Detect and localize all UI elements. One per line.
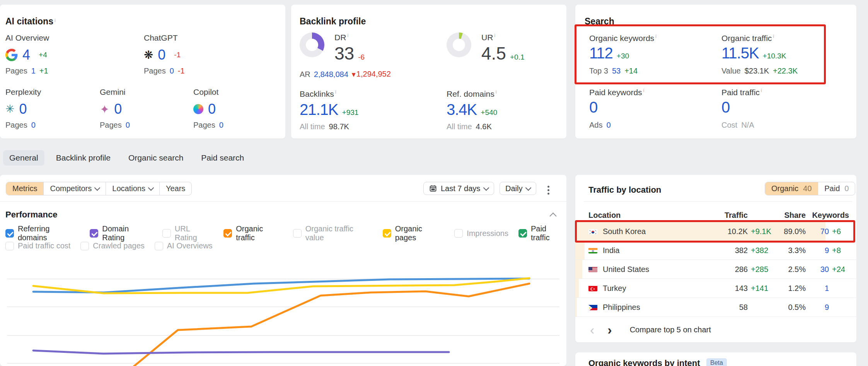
paid-keywords-value[interactable]: 0 — [589, 99, 597, 116]
flag-philippines-icon — [588, 304, 597, 310]
pages-value[interactable]: 0 — [126, 121, 130, 130]
engine-value[interactable]: 0 — [19, 101, 27, 117]
checkbox-domain-rating[interactable]: Domain Rating — [90, 224, 152, 242]
table-row-turkey[interactable]: Turkey 143 +141 1.2% 1 — [575, 279, 856, 298]
keywords-value[interactable]: 1 — [809, 284, 829, 293]
tab-organic-search[interactable]: Organic search — [122, 150, 189, 166]
info-icon[interactable]: i — [55, 17, 56, 23]
tab-paid-search[interactable]: Paid search — [195, 150, 250, 166]
keywords-value[interactable]: 9 — [809, 303, 829, 312]
more-options-button[interactable] — [546, 184, 551, 196]
backlinks-value[interactable]: 21.1K — [300, 101, 338, 118]
locations-button[interactable]: Locations — [106, 182, 160, 195]
collapse-section-icon[interactable] — [549, 212, 556, 219]
location-name[interactable]: South Korea — [603, 227, 646, 236]
traffic-delta: +141 — [751, 284, 776, 293]
backlinks-delta: +931 — [342, 108, 359, 117]
prev-page-button[interactable]: ‹ — [590, 324, 594, 335]
ar-value[interactable]: 2,848,084 — [314, 70, 348, 79]
checkbox-ai-overviews[interactable]: AI Overviews — [155, 241, 213, 250]
backlink-profile-title: Backlink profile — [300, 16, 366, 26]
pages-value[interactable]: 0 — [219, 121, 223, 130]
engine-value[interactable]: 4 — [22, 47, 30, 63]
next-page-button[interactable]: › — [607, 324, 612, 335]
date-range-button[interactable]: Last 7 days — [423, 182, 494, 195]
flag-india-icon — [588, 247, 597, 253]
top3-value[interactable]: 53 — [612, 67, 621, 75]
top3-delta: +14 — [624, 67, 638, 75]
ref-domains-label: Ref. domains — [447, 89, 495, 98]
pages-value[interactable]: 0 — [170, 67, 174, 75]
col-location[interactable]: Location — [588, 211, 714, 220]
compare-top5-link[interactable]: Compare top 5 on chart — [630, 325, 711, 334]
keywords-by-intent-title: Organic keywords by intent — [588, 358, 700, 366]
keywords-value[interactable]: 30 — [809, 265, 829, 274]
info-icon[interactable]: i — [773, 33, 774, 39]
info-icon[interactable]: i — [494, 32, 495, 38]
share-bar — [575, 279, 579, 298]
paid-keywords-label: Paid keywords — [589, 88, 642, 97]
keywords-value[interactable]: 70 — [809, 227, 829, 236]
tab-backlink-profile[interactable]: Backlink profile — [50, 150, 117, 166]
toggle-paid[interactable]: Paid 0 — [818, 182, 855, 195]
dr-donut-chart — [300, 32, 324, 57]
checkbox-paid-traffic-cost[interactable]: Paid traffic cost — [5, 241, 70, 250]
info-icon[interactable]: i — [643, 87, 645, 93]
chatgpt-icon: ❋ — [144, 50, 153, 61]
checkbox-crawled-pages[interactable]: Crawled pages — [80, 241, 144, 250]
engine-label: ChatGPT — [144, 33, 185, 43]
date-range-label: Last 7 days — [441, 184, 480, 193]
ads-value[interactable]: 0 — [606, 121, 610, 130]
info-icon[interactable]: i — [335, 89, 336, 95]
backlink-profile-card: Backlink profile DRi 33 -6 AR 2,848,084 … — [291, 5, 566, 139]
chevron-down-icon — [483, 185, 489, 191]
info-icon[interactable]: i — [655, 33, 657, 39]
location-name[interactable]: India — [603, 246, 619, 255]
location-name[interactable]: Philippines — [603, 303, 640, 312]
ref-domains-value[interactable]: 3.4K — [447, 101, 477, 118]
competitors-button[interactable]: Competitors — [44, 182, 106, 195]
pages-value[interactable]: 0 — [31, 121, 36, 130]
location-name[interactable]: United States — [603, 265, 649, 274]
checkbox-url-rating[interactable]: URL Rating — [162, 224, 213, 242]
checkbox-impressions[interactable]: Impressions — [454, 229, 508, 238]
performance-line-chart[interactable] — [0, 258, 566, 366]
organic-keywords-value[interactable]: 112 — [589, 44, 613, 62]
engine-value[interactable]: 0 — [208, 101, 216, 117]
col-share[interactable]: Share — [779, 211, 806, 220]
flag-south-korea-icon — [588, 228, 597, 234]
top3-label: Top 3 — [589, 67, 608, 75]
col-traffic[interactable]: Traffic — [717, 211, 748, 220]
checkbox-organic-traffic[interactable]: Organic traffic — [223, 224, 283, 242]
checkbox-organic-traffic-value[interactable]: Organic traffic value — [293, 224, 373, 242]
paid-traffic-value[interactable]: 0 — [721, 99, 730, 116]
location-name[interactable]: Turkey — [603, 284, 626, 293]
share-bar — [575, 260, 582, 279]
keywords-value[interactable]: 9 — [809, 246, 829, 255]
organic-traffic-value[interactable]: 11.5K — [721, 44, 759, 62]
tab-general[interactable]: General — [3, 150, 44, 166]
checkbox-referring-domains[interactable]: Referring domains — [5, 224, 80, 242]
granularity-button[interactable]: Daily — [500, 182, 536, 195]
metrics-button[interactable]: Metrics — [6, 182, 44, 195]
table-row-india[interactable]: India 382 +382 3.3% 9 +8 — [575, 241, 856, 260]
checkbox-icon — [223, 229, 232, 238]
table-row-united-states[interactable]: United States 286 +285 2.5% 30 +24 — [575, 260, 856, 279]
engine-value[interactable]: 0 — [158, 47, 165, 63]
chart-config-segments: Metrics Competitors Locations Years — [6, 182, 192, 195]
col-keywords[interactable]: Keywords — [809, 211, 849, 220]
engine-value[interactable]: 0 — [114, 101, 122, 117]
checkbox-paid-traffic[interactable]: Paid traffic — [518, 224, 566, 242]
info-icon[interactable]: i — [347, 32, 348, 38]
years-button[interactable]: Years — [160, 182, 191, 195]
checkbox-organic-pages[interactable]: Organic pages — [383, 224, 444, 242]
info-icon[interactable]: i — [761, 87, 762, 93]
table-row-philippines[interactable]: Philippines 58 0.5% 9 — [575, 298, 856, 316]
keywords-delta: +6 — [832, 227, 849, 236]
toggle-organic[interactable]: Organic 40 — [765, 182, 818, 195]
table-row-south-korea[interactable]: South Korea 10.2K +9.1K 89.0% 70 +6 — [575, 222, 856, 241]
pages-label: Pages — [100, 121, 122, 130]
pages-value[interactable]: 1 — [31, 67, 36, 75]
info-icon[interactable]: i — [496, 89, 497, 95]
ar-label: AR — [300, 70, 310, 79]
